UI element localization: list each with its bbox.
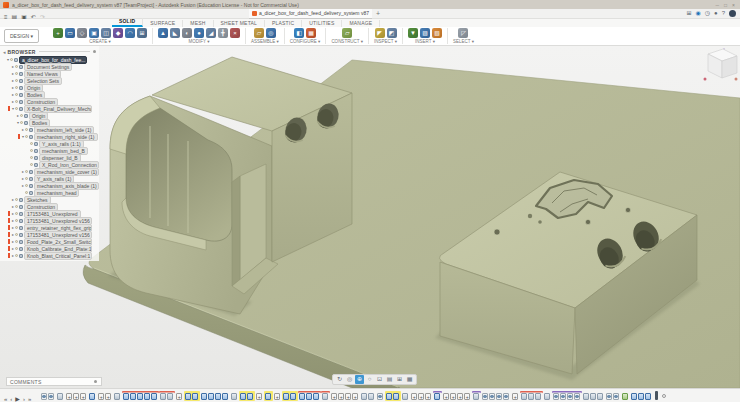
minimize-button[interactable]: ─ <box>716 1 720 9</box>
ribbon-group-label[interactable]: INSERT ▾ <box>415 39 435 44</box>
construction-plane-icon[interactable]: ▱ <box>342 28 352 38</box>
orbit-icon[interactable]: ↻ <box>335 375 344 384</box>
timeline-feature-feat-icon[interactable] <box>361 393 367 400</box>
timeline-feature-feat-icon[interactable] <box>114 393 120 400</box>
timeline-feature-sk-icon[interactable] <box>283 393 289 400</box>
timeline-feature-sk-icon[interactable] <box>151 393 157 400</box>
pattern-icon[interactable]: ⊞ <box>137 28 147 38</box>
timeline-feature-feat-icon[interactable] <box>473 393 479 400</box>
ribbon-group-label[interactable]: CREATE ▾ <box>89 39 110 44</box>
timeline-feature-plus-icon[interactable]: + <box>443 393 449 400</box>
fit-icon[interactable]: ⊡ <box>375 375 384 384</box>
visibility-bulb-icon[interactable] <box>30 149 33 152</box>
timeline-feature-feat-icon[interactable] <box>368 393 374 400</box>
timeline-feature-sk-icon[interactable] <box>215 393 221 400</box>
timeline-feature-sk-icon[interactable] <box>123 393 129 400</box>
joint-icon[interactable]: ◎ <box>266 28 276 38</box>
play-icon[interactable]: ▶ <box>15 396 20 402</box>
pan-icon[interactable]: ⊕ <box>355 375 364 384</box>
browser-row[interactable]: ▸ Document Settings <box>0 63 99 70</box>
timeline-feature-sk-icon[interactable] <box>130 393 136 400</box>
timeline-feature-sk-icon[interactable] <box>192 393 198 400</box>
visibility-bulb-icon[interactable] <box>25 177 28 180</box>
timeline-feature-feat-icon[interactable] <box>160 393 166 400</box>
ribbon-tab-mesh[interactable]: MESH <box>183 20 213 27</box>
timeline-feature-circ-icon[interactable] <box>606 393 612 400</box>
timeline-feature-circ-icon[interactable] <box>503 393 509 400</box>
timeline-feature-circ-icon[interactable] <box>482 393 488 400</box>
timeline-feature-plus-icon[interactable]: + <box>98 393 104 400</box>
timeline-feature-circ-icon[interactable] <box>496 393 502 400</box>
close-button[interactable]: × <box>732 1 735 9</box>
timeline-feature-feat-icon[interactable] <box>322 393 328 400</box>
configuration-icon[interactable]: ◧ <box>294 28 304 38</box>
timeline-feature-sk-icon[interactable] <box>222 393 228 400</box>
visibility-bulb-icon[interactable] <box>15 72 18 75</box>
new-component-icon[interactable]: ▱ <box>254 28 264 38</box>
section-analysis-icon[interactable]: ◩ <box>387 28 397 38</box>
browser-row[interactable]: ▸ mechanism_side_cover (1) <box>0 168 99 175</box>
browser-row[interactable]: ▸ Origin <box>0 112 99 119</box>
timeline-feature-plus-icon[interactable]: + <box>512 393 518 400</box>
timeline-feature-sk-icon[interactable] <box>393 393 399 400</box>
visibility-bulb-icon[interactable] <box>30 142 33 145</box>
browser-node-label[interactable]: Knob_Blast_Critical_Panel:1 <box>24 252 92 260</box>
browser-row[interactable]: dispenser_lid_B <box>0 154 99 161</box>
browser-row[interactable]: ▸ Bodies <box>0 91 99 98</box>
browser-collapse-icon[interactable]: ◂ <box>3 49 6 55</box>
grid-settings-icon[interactable]: ⊞ <box>395 375 404 384</box>
timeline-feature-circ-icon[interactable] <box>48 393 54 400</box>
workspace-switcher-button[interactable]: DESIGN ▾ <box>4 29 39 43</box>
ribbon-tab-utilities[interactable]: UTILITIES <box>302 20 342 27</box>
timeline-feature-sk-icon[interactable] <box>434 393 440 400</box>
document-tab[interactable]: a_dicer_box_for_dash_feed_delivery_syste… <box>249 9 372 19</box>
browser-row[interactable]: ▸ mechanism_axis_blade (1) <box>0 182 99 189</box>
shell-icon[interactable]: ◐ <box>182 28 192 38</box>
timeline-feature-plus-icon[interactable]: + <box>418 393 424 400</box>
insert-derive-icon[interactable]: ▼ <box>408 28 418 38</box>
notch-side-wall[interactable] <box>232 176 240 286</box>
visibility-bulb-icon[interactable] <box>15 65 18 68</box>
timeline-feature-plus-icon[interactable]: + <box>256 393 262 400</box>
display-settings-icon[interactable]: ▤ <box>385 375 394 384</box>
browser-row[interactable]: ▸ Sketches <box>0 196 99 203</box>
browser-row[interactable]: Y_axis_rails (1:1) <box>0 140 99 147</box>
history-icon[interactable]: ◷ <box>705 9 710 18</box>
browser-row[interactable]: mechanism_head <box>0 189 99 196</box>
browser-row[interactable]: ▾ a_dicer_box_for_dash_fee... <box>0 56 99 63</box>
browser-row[interactable]: ▸ Construction <box>0 203 99 210</box>
visibility-bulb-icon[interactable] <box>25 170 28 173</box>
create-sketch-icon[interactable]: + <box>53 28 63 38</box>
look-at-icon[interactable]: ◎ <box>345 375 354 384</box>
timeline-feature-feat-icon[interactable] <box>57 393 63 400</box>
timeline-feature-sk-icon[interactable] <box>631 393 637 400</box>
visibility-bulb-icon[interactable] <box>15 247 18 250</box>
timeline-feature-sk-icon[interactable] <box>89 393 95 400</box>
timeline-feature-circ-icon[interactable] <box>567 393 573 400</box>
box-primitive-icon[interactable]: ▭ <box>65 28 75 38</box>
timeline-feature-feat-icon[interactable] <box>521 393 527 400</box>
visibility-bulb-icon[interactable] <box>15 205 18 208</box>
timeline-feature-plus-icon[interactable]: + <box>352 393 358 400</box>
ribbon-group-label[interactable]: INSPECT ▾ <box>374 39 397 44</box>
timeline-feature-circ-icon[interactable] <box>377 393 383 400</box>
timeline-feature-plus-icon[interactable]: + <box>73 393 79 400</box>
extensions-icon[interactable]: ⊞ <box>687 9 692 18</box>
form-icon[interactable]: ◆ <box>113 28 123 38</box>
visibility-bulb-icon[interactable] <box>15 198 18 201</box>
browser-row[interactable]: ▸ Named Views <box>0 70 99 77</box>
browser-row[interactable]: ▾ X-Bolt_Final_Delivery_Mechanism:1 <box>0 105 99 112</box>
timeline-feature-plus-icon[interactable]: + <box>66 393 72 400</box>
timeline-feature-feat-icon[interactable] <box>597 393 603 400</box>
timeline-feature-plus-icon[interactable]: + <box>457 393 463 400</box>
timeline-feature-feat-icon[interactable] <box>402 393 408 400</box>
timeline-feature-circ-icon[interactable] <box>553 393 559 400</box>
timeline-feature-feat-icon[interactable] <box>583 393 589 400</box>
small-hole-3[interactable] <box>625 207 630 212</box>
extrude-icon[interactable]: ▣ <box>89 28 99 38</box>
visibility-bulb-icon[interactable] <box>15 93 18 96</box>
browser-row[interactable]: ▸ 17153481_Unexplored <box>0 210 99 217</box>
user-avatar[interactable] <box>729 10 736 17</box>
visibility-bulb-icon[interactable] <box>20 114 23 117</box>
comments-panel[interactable]: COMMENTS <box>6 377 102 386</box>
